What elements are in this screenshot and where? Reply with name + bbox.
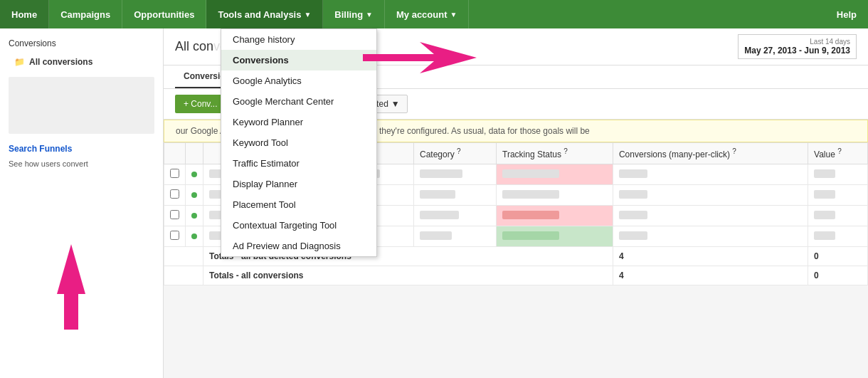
cell-conversions <box>613 206 808 226</box>
nav-help[interactable]: Help <box>825 0 868 28</box>
dropdown-google-analytics[interactable]: Google Analytics <box>221 70 376 91</box>
blurred-category <box>420 190 455 199</box>
tools-dropdown: Change history Conversions Google Analyt… <box>221 28 377 257</box>
date-range-value: May 27, 2013 - Jun 9, 2013 <box>744 46 850 56</box>
dropdown-google-merchant-center[interactable]: Google Merchant Center <box>221 91 376 112</box>
nav-tools[interactable]: Tools and Analysis ▼ <box>206 0 323 28</box>
sidebar-blurred-content <box>9 77 154 134</box>
totals-label-1 <box>164 247 203 266</box>
all-but-deleted-caret: ▼ <box>391 99 400 109</box>
blurred-conversions <box>619 169 647 178</box>
cell-category <box>414 226 497 247</box>
totals-conv-2: 4 <box>613 266 808 285</box>
nav-billing-label: Billing <box>334 9 363 20</box>
cell-conversions <box>613 164 808 185</box>
blurred-category <box>420 169 462 178</box>
cell-conversions <box>613 185 808 206</box>
svg-marker-1 <box>57 244 85 330</box>
cell-checkbox[interactable] <box>164 164 186 185</box>
nav-home[interactable]: Home <box>0 0 49 28</box>
cell-checkbox[interactable] <box>164 185 186 206</box>
cell-conversions <box>613 226 808 247</box>
dropdown-display-planner[interactable]: Display Planner <box>221 174 376 194</box>
blurred-value <box>814 231 835 240</box>
sidebar-title: Conversions <box>0 34 163 53</box>
nav-account-label: My account <box>396 9 448 20</box>
blurred-tracking <box>502 231 559 240</box>
status-dot <box>191 192 197 198</box>
cell-checkbox[interactable] <box>164 206 186 226</box>
cell-status <box>186 164 203 185</box>
nav-opportunities[interactable]: Opportunities <box>122 0 206 28</box>
nav-billing-caret: ▼ <box>366 11 373 19</box>
blurred-conversions <box>619 231 647 240</box>
th-status <box>186 143 203 164</box>
th-value: Value ? <box>808 143 868 164</box>
cell-tracking <box>497 226 613 247</box>
blurred-category <box>420 211 459 219</box>
nav-campaigns-label: Campaigns <box>60 9 110 20</box>
nav-tools-label: Tools and Analysis <box>218 9 301 20</box>
nav-account-caret: ▼ <box>450 11 457 19</box>
blurred-conversions <box>619 190 647 199</box>
cell-tracking <box>497 164 613 185</box>
nav-billing[interactable]: Billing ▼ <box>323 0 385 28</box>
top-nav: Home Campaigns Opportunities Tools and A… <box>0 0 868 28</box>
cell-tracking <box>497 206 613 226</box>
totals-value-2: 0 <box>808 266 868 285</box>
blurred-category <box>420 231 452 240</box>
arrow-annotation-down <box>43 244 100 330</box>
cell-checkbox[interactable] <box>164 226 186 247</box>
nav-help-label: Help <box>837 9 857 20</box>
cell-value <box>808 226 868 247</box>
totals-row-2: Totals - all conversions 4 0 <box>164 266 868 285</box>
blurred-tracking <box>502 169 559 178</box>
folder-icon: 📁 <box>14 57 25 67</box>
nav-home-label: Home <box>11 9 37 20</box>
nav-account[interactable]: My account ▼ <box>385 0 469 28</box>
th-conversions: Conversions (many-per-click) ? <box>613 143 808 164</box>
dropdown-keyword-planner[interactable]: Keyword Planner <box>221 112 376 132</box>
status-dot <box>191 172 197 177</box>
blurred-tracking <box>502 211 559 219</box>
th-category: Category ? <box>414 143 497 164</box>
cell-category <box>414 164 497 185</box>
dropdown-keyword-tool[interactable]: Keyword Tool <box>221 132 376 153</box>
dropdown-traffic-estimator[interactable]: Traffic Estimator <box>221 153 376 174</box>
sidebar-item-all-conversions[interactable]: 📁 All conversions <box>0 53 163 71</box>
status-dot <box>191 233 197 239</box>
cell-category <box>414 206 497 226</box>
nav-campaigns[interactable]: Campaigns <box>49 0 122 28</box>
blurred-value <box>814 190 835 199</box>
cell-status <box>186 185 203 206</box>
row-checkbox[interactable] <box>170 231 179 240</box>
row-checkbox[interactable] <box>170 169 179 178</box>
totals-conv-1: 4 <box>613 247 808 266</box>
date-range-label: Last 14 days <box>744 38 850 46</box>
th-tracking-status: Tracking Status ? <box>497 143 613 164</box>
totals-label-2 <box>164 266 203 285</box>
add-conversion-button[interactable]: + Conv... <box>175 95 226 113</box>
row-checkbox[interactable] <box>170 189 179 199</box>
dropdown-placement-tool[interactable]: Placement Tool <box>221 194 376 215</box>
nav-opportunities-label: Opportunities <box>134 9 194 20</box>
dropdown-ad-preview[interactable]: Ad Preview and Diagnosis <box>221 236 376 256</box>
sidebar-search-funnels[interactable]: Search Funnels <box>0 140 163 158</box>
blurred-value <box>814 169 835 178</box>
totals-text-2: Totals - all conversions <box>203 266 613 285</box>
sidebar-search-funnels-sub: See how users convert <box>0 158 163 169</box>
blurred-conversions <box>619 211 647 219</box>
dropdown-contextual-targeting[interactable]: Contextual Targeting Tool <box>221 215 376 236</box>
cell-value <box>808 206 868 226</box>
nav-tools-caret: ▼ <box>304 11 311 19</box>
sidebar-all-conversions-label: All conversions <box>29 57 92 67</box>
cell-status <box>186 226 203 247</box>
row-checkbox[interactable] <box>170 210 179 219</box>
cell-tracking <box>497 185 613 206</box>
cell-status <box>186 206 203 226</box>
dropdown-conversions[interactable]: Conversions <box>221 50 376 70</box>
main-layout: Conversions 📁 All conversions Search Fun… <box>0 28 868 378</box>
date-range-picker[interactable]: Last 14 days May 27, 2013 - Jun 9, 2013 <box>738 34 857 59</box>
dropdown-change-history[interactable]: Change history <box>221 29 376 50</box>
totals-value-1: 0 <box>808 247 868 266</box>
